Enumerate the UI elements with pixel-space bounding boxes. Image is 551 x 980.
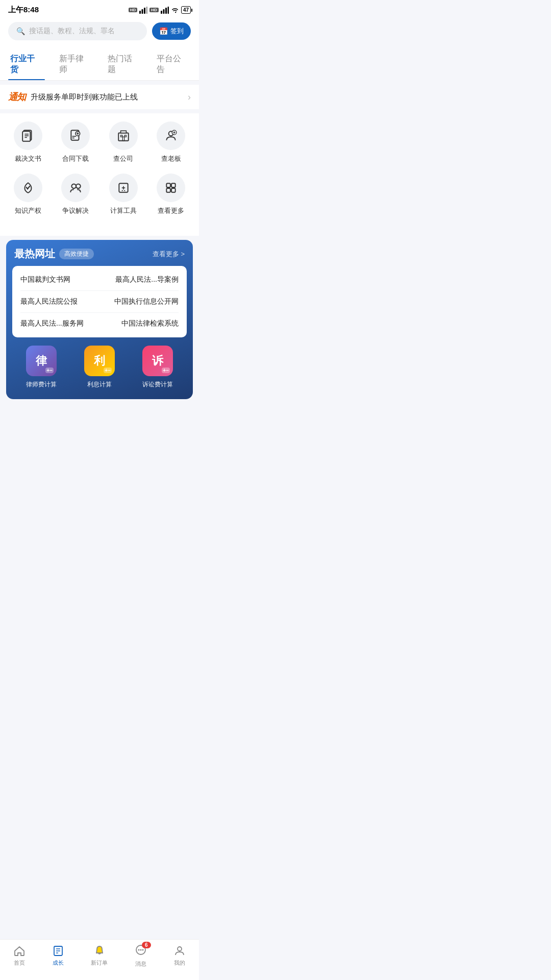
banner-arrow-icon: › (188, 92, 191, 103)
lawyer-fee-calc[interactable]: 律 +− 律师费计算 (26, 346, 57, 389)
svg-rect-1 (142, 9, 143, 14)
company-label: 查公司 (113, 154, 133, 163)
sign-label: 签到 (170, 27, 184, 36)
calc-label: 计算工具 (110, 206, 137, 215)
search-section: 🔍 搜话题、教程、法规、罪名 📅 签到 (0, 17, 199, 46)
calc-apps-row: 律 +− 律师费计算 利 +− 利息计算 诉 +− 诉讼费计算 (6, 337, 193, 391)
hot-link-supreme-service[interactable]: 最高人民法...服务网 (20, 319, 99, 328)
dispute-label: 争议解决 (62, 206, 89, 215)
signal-icon1 (139, 7, 147, 14)
hot-link-verdict[interactable]: 中国裁判文书网 (20, 275, 99, 284)
litigation-label: 诉讼费计算 (142, 380, 173, 389)
wifi-icon (171, 7, 179, 14)
icon-row-1: 裁决文书 合同下载 (4, 121, 195, 163)
interest-calc[interactable]: 利 +− 利息计算 (84, 346, 115, 389)
battery-icon: 47 (181, 6, 191, 14)
hot-link-supreme-report[interactable]: 最高人民法院公报 (20, 297, 99, 306)
hot-link-supreme-cases[interactable]: 最高人民法...导案例 (99, 275, 179, 284)
hot-link-row-3: 最高人民法...服务网 中国法律检索系统 (12, 313, 187, 334)
lawyer-fee-label: 律师费计算 (26, 380, 57, 389)
verdict-icon (14, 121, 42, 150)
svg-rect-7 (167, 7, 169, 14)
svg-rect-0 (139, 11, 141, 14)
icon-contract[interactable]: 合同下载 (55, 121, 96, 163)
verdict-label: 裁决文书 (15, 154, 41, 163)
boss-icon (157, 121, 185, 150)
interest-icon: 利 +− (84, 346, 115, 376)
icon-boss[interactable]: 查老板 (151, 121, 191, 163)
status-bar: 上午8:48 HD HD 47 (0, 0, 199, 17)
hot-link-law-search[interactable]: 中国法律检索系统 (99, 319, 179, 328)
tabs-section: 行业干货 新手律师 热门话题 平台公告 (0, 46, 199, 81)
contract-label: 合同下载 (62, 154, 89, 163)
more-label: 查看更多 (158, 206, 184, 215)
svg-rect-36 (171, 183, 176, 187)
hot-link-execution[interactable]: 中国执行信息公开网 (99, 297, 179, 306)
hot-link-row-1: 中国裁判文书网 最高人民法...导案例 (12, 269, 187, 290)
svg-rect-20 (120, 131, 126, 133)
status-icons: HD HD 47 (129, 6, 191, 14)
svg-point-29 (76, 184, 81, 188)
icon-row-2: 知识产权 争议解决 (4, 174, 195, 215)
more-icon (157, 174, 185, 202)
hd-label2: HD (149, 8, 159, 12)
hot-section: 最热网址 高效便捷 查看更多 > 中国裁判文书网 最高人民法...导案例 最高人… (6, 240, 193, 399)
status-time: 上午8:48 (8, 5, 39, 15)
calc-icon (109, 174, 138, 202)
hot-header: 最热网址 高效便捷 查看更多 > (6, 240, 193, 266)
company-icon (109, 121, 138, 150)
hot-links-card: 中国裁判文书网 最高人民法...导案例 最高人民法院公报 中国执行信息公开网 最… (12, 266, 187, 337)
search-placeholder-text: 搜话题、教程、法规、罪名 (29, 27, 115, 36)
litigation-calc[interactable]: 诉 +− 诉讼费计算 (142, 346, 173, 389)
banner-logo: 通知 (8, 91, 26, 103)
icon-company[interactable]: 查公司 (103, 121, 144, 163)
svg-rect-37 (167, 188, 171, 192)
hot-more-button[interactable]: 查看更多 > (153, 250, 185, 259)
tab-hot-topics[interactable]: 热门话题 (106, 48, 142, 80)
svg-rect-4 (161, 11, 162, 14)
svg-rect-38 (171, 188, 176, 192)
contract-icon (61, 121, 90, 150)
signal-icon2 (161, 7, 169, 14)
icon-more[interactable]: 查看更多 (151, 174, 191, 215)
litigation-icon: 诉 +− (142, 346, 173, 376)
hot-badge: 高效便捷 (59, 249, 94, 259)
hot-link-row-2: 最高人民法院公报 中国执行信息公开网 (12, 291, 187, 312)
icon-verdict[interactable]: 裁决文书 (8, 121, 48, 163)
lawyer-fee-icon: 律 +− (26, 346, 57, 376)
calendar-icon: 📅 (159, 27, 168, 35)
hot-title: 最热网址 (14, 247, 55, 261)
tab-industry[interactable]: 行业干货 (8, 48, 45, 80)
boss-label: 查老板 (161, 154, 181, 163)
sign-button[interactable]: 📅 签到 (152, 22, 191, 40)
dispute-icon (61, 174, 90, 202)
svg-point-28 (72, 184, 77, 188)
svg-rect-9 (22, 131, 30, 141)
banner-text: 升级服务单即时到账功能已上线 (31, 92, 183, 102)
icon-calc[interactable]: 计算工具 (103, 174, 144, 215)
tab-announcements[interactable]: 平台公告 (155, 48, 191, 80)
svg-rect-35 (167, 183, 171, 187)
tab-newbie[interactable]: 新手律师 (57, 48, 94, 80)
svg-rect-6 (165, 8, 167, 14)
svg-rect-5 (163, 9, 164, 14)
ip-icon (14, 174, 42, 202)
svg-rect-2 (144, 8, 145, 14)
icons-section: 裁决文书 合同下载 (0, 113, 199, 236)
icon-ip[interactable]: 知识产权 (8, 174, 48, 215)
icon-dispute[interactable]: 争议解决 (55, 174, 96, 215)
ip-label: 知识产权 (15, 206, 41, 215)
search-icon: 🔍 (16, 27, 25, 35)
interest-label: 利息计算 (87, 380, 112, 389)
search-bar[interactable]: 🔍 搜话题、教程、法规、罪名 (8, 22, 147, 40)
banner-section[interactable]: 通知 升级服务单即时到账功能已上线 › (0, 85, 199, 109)
hd-label1: HD (129, 8, 138, 12)
svg-rect-3 (146, 7, 148, 14)
